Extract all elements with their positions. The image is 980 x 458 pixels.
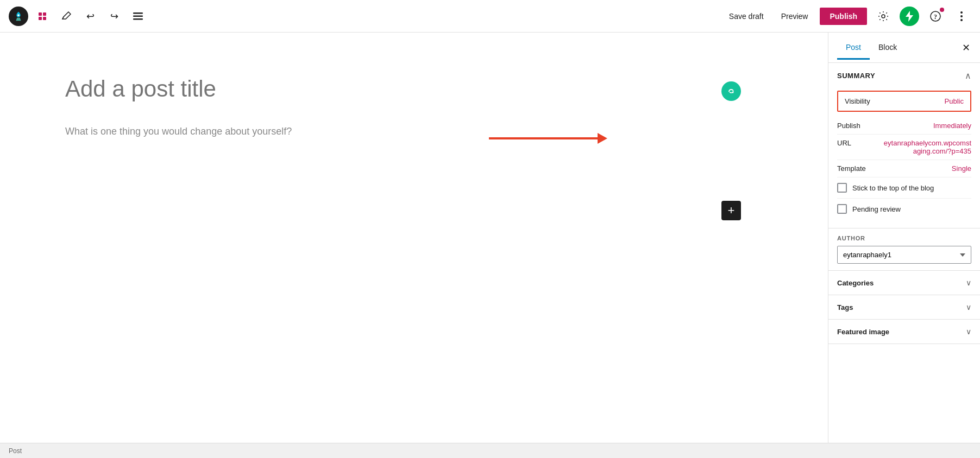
pending-review-checkbox[interactable] (837, 204, 847, 214)
svg-rect-4 (43, 17, 46, 20)
sidebar: Post Block ✕ Summary ∧ Visibility Public… (828, 33, 980, 443)
svg-rect-1 (39, 12, 42, 16)
publish-value[interactable]: Immediately (933, 122, 971, 130)
visibility-value[interactable]: Public (945, 97, 964, 105)
publish-label: Publish (837, 122, 881, 130)
svg-point-11 (960, 11, 963, 14)
url-label: URL (837, 139, 881, 147)
author-section-label: AUTHOR (837, 235, 971, 241)
categories-title: Categories (837, 279, 874, 287)
featured-image-title: Featured image (837, 328, 889, 336)
svg-rect-7 (133, 18, 143, 20)
tab-block[interactable]: Block (870, 36, 906, 60)
post-body-text: What is one thing you would change about… (65, 124, 763, 139)
status-bar: Post (0, 443, 980, 458)
add-block-toolbar-button[interactable] (33, 7, 52, 26)
pending-review-label: Pending review (852, 205, 901, 213)
categories-chevron-icon: ∨ (966, 278, 971, 287)
template-label: Template (837, 164, 881, 173)
svg-rect-5 (133, 12, 143, 14)
featured-image-chevron-icon: ∨ (966, 327, 971, 336)
close-sidebar-button[interactable]: ✕ (958, 40, 973, 55)
redo-button[interactable]: ↪ (104, 7, 124, 26)
tags-section-header[interactable]: Tags ∨ (828, 295, 980, 320)
help-button[interactable]: ? (926, 7, 945, 26)
save-draft-button[interactable]: Save draft (724, 9, 769, 24)
url-value[interactable]: eytanraphaelycom.wpcomstaging.com/?p=435 (881, 139, 971, 155)
undo-icon: ↩ (86, 10, 95, 22)
toolbar: ↩ ↪ Save draft Preview Publish (0, 0, 980, 33)
summary-section-header[interactable]: Summary ∧ (828, 63, 980, 88)
summary-body: Visibility Public Publish Immediately UR… (828, 91, 980, 228)
categories-section-header[interactable]: Categories ∨ (828, 271, 980, 295)
stick-to-top-row[interactable]: Stick to the top of the blog (837, 177, 971, 199)
preview-button[interactable]: Preview (776, 9, 814, 24)
edit-tool-button[interactable] (56, 7, 76, 26)
more-options-button[interactable] (952, 7, 971, 26)
main-area: What is one thing you would change about… (0, 33, 980, 443)
svg-point-14 (727, 87, 736, 96)
svg-point-0 (17, 14, 20, 16)
svg-point-8 (882, 15, 885, 18)
template-row: Template Single (837, 160, 971, 177)
settings-button[interactable] (874, 7, 893, 26)
list-view-button[interactable] (128, 7, 148, 26)
site-logo[interactable] (9, 7, 28, 26)
stick-to-top-checkbox[interactable] (837, 183, 847, 193)
publish-row: Publish Immediately (837, 117, 971, 135)
svg-point-13 (960, 19, 963, 21)
svg-rect-2 (43, 12, 46, 16)
featured-image-section-header[interactable]: Featured image ∨ (828, 320, 980, 344)
tags-chevron-icon: ∨ (966, 303, 971, 311)
tags-title: Tags (837, 303, 853, 311)
bolt-button[interactable] (900, 7, 919, 26)
tab-post[interactable]: Post (837, 36, 870, 60)
summary-title: Summary (837, 72, 875, 80)
summary-section: Summary ∧ Visibility Public Publish Imme… (828, 63, 980, 228)
status-label: Post (9, 447, 22, 455)
url-row: URL eytanraphaelycom.wpcomstaging.com/?p… (837, 135, 971, 160)
svg-point-12 (960, 15, 963, 17)
publish-button[interactable]: Publish (820, 8, 867, 25)
svg-rect-3 (39, 17, 42, 20)
redo-icon: ↪ (110, 10, 118, 22)
svg-text:?: ? (934, 13, 937, 21)
post-title-input[interactable] (65, 76, 763, 102)
add-block-button[interactable]: + (721, 201, 741, 220)
sidebar-header: Post Block ✕ (828, 33, 980, 63)
author-select[interactable]: eytanraphaely1 (837, 246, 971, 264)
stick-to-top-label: Stick to the top of the blog (852, 184, 934, 192)
editor-area: What is one thing you would change about… (0, 33, 828, 443)
author-section: AUTHOR eytanraphaely1 (828, 228, 980, 271)
pending-review-row[interactable]: Pending review (837, 199, 971, 219)
grammarly-button[interactable] (721, 81, 741, 101)
visibility-label: Visibility (845, 97, 870, 105)
summary-toggle-icon: ∧ (965, 71, 971, 81)
template-value[interactable]: Single (952, 164, 971, 173)
visibility-row[interactable]: Visibility Public (837, 91, 971, 112)
undo-button[interactable]: ↩ (80, 7, 100, 26)
svg-rect-6 (133, 15, 143, 17)
